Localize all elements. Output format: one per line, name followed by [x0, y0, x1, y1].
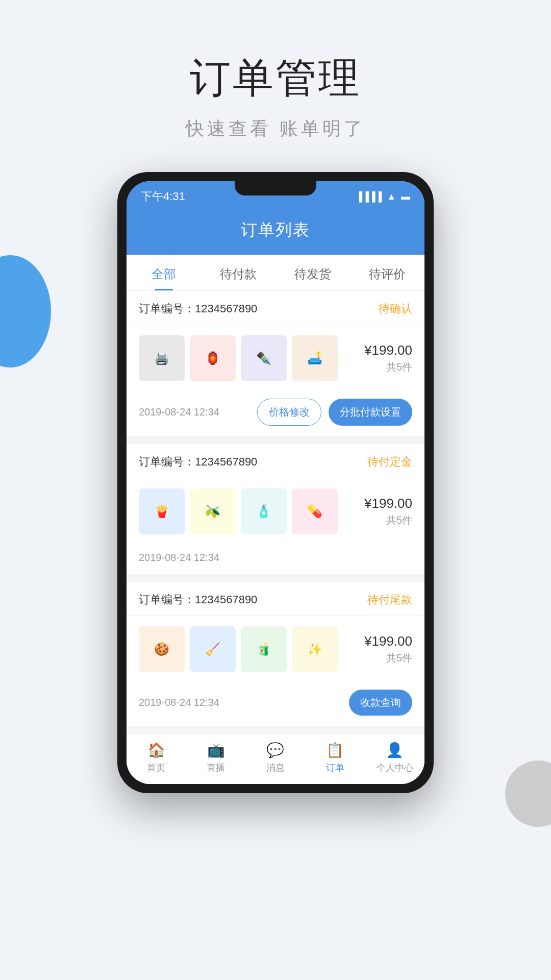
order-1-products: 🖨️ 🏮 ✒️ 🛋️ ¥199.00 共5件	[127, 325, 424, 391]
tab-all[interactable]: 全部	[127, 255, 201, 290]
order-3-actions: 收款查询	[349, 690, 412, 716]
order-icon: 📋	[326, 742, 344, 758]
order-2-count: 共5件	[361, 513, 412, 527]
order-1-count: 共5件	[361, 360, 412, 374]
product-img-cookie: 🍪	[139, 626, 185, 672]
order-3-footer: 2019-08-24 12:34 收款查询	[127, 682, 424, 726]
order-2-footer: 2019-08-24 12:34	[127, 545, 424, 574]
order-card-1: 订单编号：1234567890 待确认 🖨️ 🏮 ✒️ 🛋️ ¥199.00 共	[127, 291, 424, 436]
order-3-date: 2019-08-24 12:34	[139, 697, 219, 708]
app-header: 订单列表	[127, 210, 424, 255]
order-card-3-header: 订单编号：1234567890 待付尾款	[127, 582, 424, 616]
product-img-brush: ✒️	[241, 335, 287, 381]
nav-item-live[interactable]: 📺 直播	[186, 742, 246, 774]
nav-label-home: 首页	[147, 762, 165, 774]
hero-section: 订单管理 快速查看 账单明了	[0, 0, 551, 172]
product-img-printer: 🖨️	[139, 335, 185, 381]
order-2-products: 🍟 🫒 🧴 💊 ¥199.00 共5件	[127, 478, 424, 545]
order-card-1-header: 订单编号：1234567890 待确认	[127, 291, 424, 325]
phone-wrapper: 下午4:31 ▐▐▐▐ ▲ ▬ 订单列表 全部 待付款 待发货 待评价	[0, 172, 551, 824]
nav-item-order[interactable]: 📋 订单	[305, 742, 365, 774]
order-3-count: 共5件	[361, 651, 412, 665]
order-1-price-block: ¥199.00 共5件	[361, 342, 412, 374]
product-img-snack: 🍟	[139, 488, 185, 534]
order-2-product-images: 🍟 🫒 🧴 💊	[139, 488, 354, 534]
order-3-payment-query-button[interactable]: 收款查询	[349, 690, 412, 716]
signal-icon: ▐▐▐▐	[356, 191, 382, 202]
phone-screen: 下午4:31 ▐▐▐▐ ▲ ▬ 订单列表 全部 待付款 待发货 待评价	[127, 181, 424, 784]
live-icon: 📺	[207, 742, 225, 758]
order-1-status: 待确认	[379, 301, 412, 316]
tab-bar: 全部 待付款 待发货 待评价	[127, 255, 424, 291]
product-img-bed: 🛋️	[292, 335, 338, 381]
hero-title: 订单管理	[0, 51, 551, 106]
order-card-3: 订单编号：1234567890 待付尾款 🍪 🧹 🧃 ✨ ¥199.00 共5件	[127, 582, 424, 726]
hero-subtitle: 快速查看 账单明了	[0, 116, 551, 141]
order-2-price: ¥199.00	[361, 496, 412, 511]
order-2-number: 订单编号：1234567890	[139, 454, 257, 470]
order-2-status: 待付定金	[367, 454, 412, 470]
phone-device: 下午4:31 ▐▐▐▐ ▲ ▬ 订单列表 全部 待付款 待发货 待评价	[117, 172, 434, 793]
order-1-product-images: 🖨️ 🏮 ✒️ 🛋️	[139, 335, 354, 381]
bottom-nav: 🏠 首页 📺 直播 💬 消息 📋 订单 👤 个人中心	[127, 734, 424, 784]
product-img-shampoo: 🧃	[241, 626, 287, 672]
order-3-status: 待付尾款	[367, 592, 412, 607]
profile-icon: 👤	[386, 742, 404, 758]
order-list: 订单编号：1234567890 待确认 🖨️ 🏮 ✒️ 🛋️ ¥199.00 共	[127, 291, 424, 726]
product-img-cleaner: 🧹	[190, 626, 236, 672]
product-img-olive: 🫒	[190, 488, 236, 534]
home-icon: 🏠	[147, 742, 165, 758]
order-1-installment-button[interactable]: 分批付款设置	[329, 399, 412, 426]
status-time: 下午4:31	[141, 189, 185, 204]
product-img-lantern: 🏮	[190, 335, 236, 381]
order-1-price: ¥199.00	[361, 342, 412, 358]
order-card-2-header: 订单编号：1234567890 待付定金	[127, 444, 424, 478]
tab-pending-review[interactable]: 待评价	[350, 255, 424, 290]
order-3-number: 订单编号：1234567890	[139, 592, 257, 607]
tab-pending-shipment[interactable]: 待发货	[276, 255, 350, 290]
wifi-icon: ▲	[387, 191, 396, 202]
nav-label-message: 消息	[266, 762, 285, 774]
app-header-title: 订单列表	[127, 219, 424, 241]
order-3-price: ¥199.00	[361, 633, 412, 649]
battery-icon: ▬	[401, 191, 410, 202]
product-img-serum: ✨	[292, 626, 338, 672]
order-1-actions: 价格修改 分批付款设置	[257, 399, 412, 426]
order-1-date: 2019-08-24 12:34	[139, 406, 219, 418]
nav-label-order: 订单	[326, 762, 344, 774]
order-2-date: 2019-08-24 12:34	[139, 552, 219, 564]
order-3-price-block: ¥199.00 共5件	[361, 633, 412, 665]
nav-item-profile[interactable]: 👤 个人中心	[365, 742, 424, 774]
order-card-2: 订单编号：1234567890 待付定金 🍟 🫒 🧴 💊 ¥199.00 共5	[127, 444, 424, 574]
order-1-number: 订单编号：1234567890	[139, 301, 257, 316]
nav-label-profile: 个人中心	[377, 762, 413, 774]
message-icon: 💬	[266, 742, 284, 758]
product-img-vitamins: 💊	[292, 488, 338, 534]
tab-pending-payment[interactable]: 待付款	[201, 255, 276, 290]
nav-label-live: 直播	[207, 762, 225, 774]
order-3-product-images: 🍪 🧹 🧃 ✨	[139, 626, 354, 672]
order-3-products: 🍪 🧹 🧃 ✨ ¥199.00 共5件	[127, 616, 424, 682]
order-1-price-modify-button[interactable]: 价格修改	[257, 399, 321, 426]
phone-notch	[235, 181, 316, 195]
product-img-sunscreen: 🧴	[241, 488, 287, 534]
status-icons: ▐▐▐▐ ▲ ▬	[356, 191, 410, 202]
order-2-price-block: ¥199.00 共5件	[361, 496, 412, 527]
order-1-footer: 2019-08-24 12:34 价格修改 分批付款设置	[127, 391, 424, 436]
nav-item-home[interactable]: 🏠 首页	[127, 742, 186, 774]
nav-item-message[interactable]: 💬 消息	[246, 742, 306, 774]
